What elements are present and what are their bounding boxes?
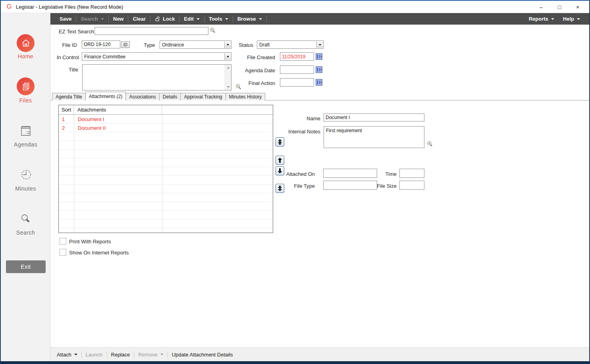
help-menu-button[interactable]: Help: [559, 13, 584, 25]
clear-button[interactable]: Clear: [128, 13, 150, 25]
chevron-down-icon: [551, 18, 554, 20]
final-action-input[interactable]: [280, 78, 314, 87]
sidebar-item-files[interactable]: [17, 77, 35, 95]
chevron-down-icon: [101, 18, 104, 20]
search-label: Search: [81, 16, 98, 22]
edit-label: Edit: [184, 16, 194, 22]
attachments-table-header: Sort Attachments: [59, 105, 273, 115]
print-with-reports-checkbox[interactable]: [60, 238, 66, 245]
calendar-icon[interactable]: [316, 66, 322, 73]
attachments-table-body: 1 Document I 2 Document II: [59, 115, 273, 233]
reports-menu-button[interactable]: Reports: [524, 13, 559, 25]
scroll-down-icon[interactable]: [227, 86, 230, 88]
chevron-down-icon[interactable]: [316, 41, 323, 48]
sidebar-item-home-label[interactable]: Home: [1, 53, 50, 60]
tools-label: Tools: [209, 16, 222, 22]
sidebar-item-home[interactable]: [17, 34, 35, 52]
save-button[interactable]: Save: [55, 13, 76, 25]
agendas-icon: [19, 124, 33, 138]
replace-button[interactable]: Replace: [107, 349, 134, 360]
file-created-label: File Created: [241, 54, 275, 60]
chevron-down-icon: [160, 354, 164, 355]
in-control-value: Finance Committee: [84, 54, 223, 60]
browse-label: Browse: [237, 16, 256, 22]
remove-button[interactable]: Remove: [134, 349, 167, 360]
tab-associations[interactable]: Associations: [125, 93, 159, 100]
edit-menu-button[interactable]: Edit: [179, 13, 204, 25]
tab-minutes-history[interactable]: Minutes History: [226, 93, 266, 100]
sidebar-item-files-label[interactable]: Files: [1, 97, 50, 104]
minimize-button[interactable]: –: [532, 1, 550, 13]
chevron-down-icon: [197, 18, 200, 20]
in-control-select[interactable]: Finance Committee: [82, 52, 231, 61]
row-attachment-name: Document I: [74, 116, 162, 122]
close-button[interactable]: ×: [569, 1, 587, 13]
file-id-input[interactable]: [82, 40, 120, 48]
tools-menu-button[interactable]: Tools: [204, 13, 233, 25]
table-row[interactable]: 1 Document I: [59, 115, 273, 123]
move-to-top-button[interactable]: [276, 137, 284, 146]
row-sort: 1: [59, 116, 74, 122]
move-up-button[interactable]: [276, 156, 284, 165]
calendar-icon[interactable]: [316, 53, 322, 60]
lock-button[interactable]: Lock: [150, 13, 179, 25]
launch-button[interactable]: Launch: [82, 349, 107, 360]
file-size-input[interactable]: [399, 181, 424, 190]
type-select[interactable]: Ordinance: [160, 40, 231, 49]
chevron-down-icon[interactable]: [224, 41, 231, 48]
reports-label: Reports: [529, 16, 548, 22]
internal-notes-value: First requirement: [326, 128, 362, 133]
attached-on-input[interactable]: [323, 169, 377, 178]
time-input[interactable]: [399, 169, 424, 178]
file-type-input[interactable]: [323, 181, 377, 190]
type-label: Type: [144, 42, 155, 48]
column-header-sort[interactable]: Sort: [59, 105, 74, 114]
column-header-attachments[interactable]: Attachments: [74, 105, 162, 114]
attach-label: Attach: [57, 352, 71, 358]
exit-button[interactable]: Exit: [6, 260, 46, 273]
agenda-date-input[interactable]: [280, 65, 314, 74]
new-button[interactable]: New: [109, 13, 128, 25]
tab-details[interactable]: Details: [159, 93, 181, 100]
browse-menu-button[interactable]: Browse: [233, 13, 266, 25]
status-select[interactable]: Draft: [257, 40, 324, 49]
home-icon: [21, 38, 31, 48]
zoom-title-icon[interactable]: [235, 84, 241, 90]
print-with-reports-label: Print With Reports: [69, 239, 111, 245]
sidebar-item-agendas[interactable]: [19, 124, 33, 139]
row-attachment-name: Document II: [74, 125, 162, 131]
title-textarea[interactable]: [82, 64, 231, 91]
internal-notes-textarea[interactable]: First requirement: [324, 126, 424, 148]
attachment-name-input[interactable]: [324, 114, 424, 121]
title-scrollbar[interactable]: [225, 65, 231, 90]
id-button[interactable]: ID: [121, 41, 130, 48]
titlebar: G Legistar - Legislative Files (New Reco…: [1, 1, 589, 13]
file-id-label: File ID: [48, 42, 77, 48]
ez-text-search-input[interactable]: [94, 27, 208, 35]
tab-approval-tracking[interactable]: Approval Tracking: [180, 93, 226, 100]
zoom-search-icon[interactable]: [210, 27, 216, 33]
sidebar-item-search-label[interactable]: Search: [1, 229, 50, 236]
sidebar-item-minutes-label[interactable]: Minutes: [1, 185, 50, 192]
chevron-down-icon: [577, 18, 580, 20]
calendar-icon[interactable]: [316, 79, 322, 86]
minutes-icon: [19, 168, 33, 181]
maximize-button[interactable]: □: [550, 1, 569, 13]
chevron-down-icon[interactable]: [224, 53, 231, 60]
sidebar-item-minutes[interactable]: [19, 168, 33, 183]
file-created-input[interactable]: [280, 52, 314, 61]
sidebar-item-search[interactable]: [20, 213, 32, 227]
attach-button[interactable]: Attach: [53, 349, 81, 360]
show-on-internet-reports-checkbox[interactable]: [60, 249, 66, 256]
tab-attachments[interactable]: Attachments (2): [85, 92, 126, 100]
update-attachment-details-button[interactable]: Update Attachment Details: [168, 349, 237, 360]
tab-agenda-title[interactable]: Agenda Title: [52, 93, 86, 100]
table-row[interactable]: 2 Document II: [59, 123, 273, 132]
zoom-notes-icon[interactable]: [427, 141, 433, 147]
ez-text-search-label: EZ Text Search: [59, 29, 94, 35]
scroll-up-icon[interactable]: [227, 67, 230, 69]
attached-on-label: Attached On: [275, 171, 315, 177]
launch-label: Launch: [86, 352, 103, 358]
sidebar-item-agendas-label[interactable]: Agendas: [1, 141, 50, 148]
search-menu-button[interactable]: Search: [76, 13, 108, 25]
